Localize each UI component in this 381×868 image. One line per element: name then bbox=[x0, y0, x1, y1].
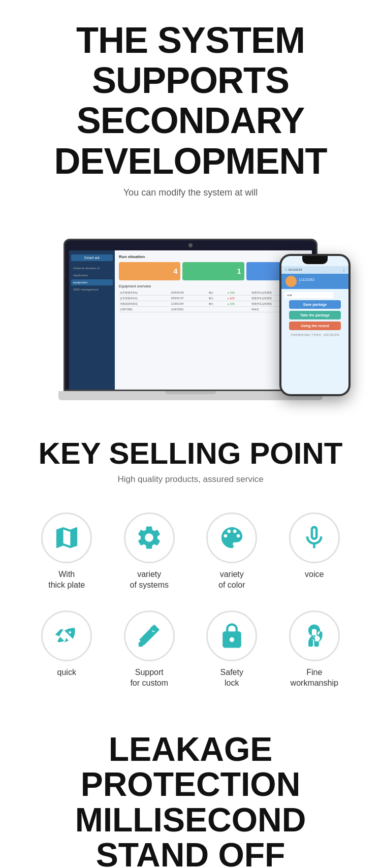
feature-fan-label: Fineworkmanship bbox=[291, 667, 338, 689]
sidebar-general: General situation of bbox=[71, 265, 113, 271]
fan-icon bbox=[300, 622, 328, 650]
sidebar-application: Application bbox=[71, 272, 113, 278]
phone-username: 11122342 bbox=[299, 278, 314, 281]
phone-chat-msg: null bbox=[284, 292, 333, 298]
sidebar-equipment: equipment bbox=[71, 279, 113, 285]
feature-gear: varietyof systems bbox=[108, 505, 191, 603]
hero-title-line2: SUPPORTS bbox=[92, 60, 289, 101]
selling-title: KEY SELLING POINT bbox=[15, 437, 366, 470]
phone-notch bbox=[302, 256, 328, 264]
phone-avatar bbox=[285, 276, 297, 287]
feature-mic-circle bbox=[289, 512, 340, 563]
phone-chat-header: 11122342 ✓ bbox=[281, 274, 348, 289]
hero-section: THE SYSTEM SUPPORTS SECONDARY DEVELOPMEN… bbox=[0, 0, 381, 223]
using-record-btn[interactable]: Using the record bbox=[289, 322, 341, 330]
hero-title-line3: SECONDARY bbox=[77, 100, 304, 141]
feature-ruler-label: Supportfor custom bbox=[130, 667, 168, 689]
leakage-title-line1: LEAKAGE PROTECTION bbox=[81, 730, 301, 803]
hero-subtitle: You can modify the system at will bbox=[30, 187, 351, 198]
feature-ruler: Supportfor custom bbox=[108, 603, 191, 701]
selling-subtitle: High quality products, assured service bbox=[15, 474, 366, 485]
ruler-icon bbox=[135, 622, 163, 650]
feature-ruler-circle bbox=[124, 610, 175, 661]
feature-palette-label: varietyof color bbox=[218, 569, 245, 591]
gear-icon bbox=[135, 524, 163, 552]
feature-palette: varietyof color bbox=[190, 505, 273, 603]
hero-title-line1: THE SYSTEM bbox=[76, 20, 305, 60]
save-package-btn[interactable]: Save package bbox=[289, 300, 341, 309]
phone-mockup: ＜ 91122234 ⋮ 11122342 ✓ null Save packag… bbox=[279, 254, 351, 396]
sidebar-sms: SMS management bbox=[71, 286, 113, 293]
device-area: Smart ark General situation of Applicati… bbox=[0, 223, 381, 411]
palette-icon bbox=[218, 524, 246, 552]
feature-palette-circle bbox=[206, 512, 257, 563]
feature-map: Withthick plate bbox=[25, 505, 108, 603]
run-title: Run situation bbox=[119, 254, 308, 259]
hero-title-line4: DEVELOPMENT bbox=[54, 141, 327, 181]
lock-icon bbox=[218, 622, 246, 650]
card-error: 1 bbox=[182, 262, 244, 280]
leakage-section: LEAKAGE PROTECTION MILLISECOND STAND OFF… bbox=[0, 717, 381, 868]
feature-gear-circle bbox=[124, 512, 175, 563]
feature-lock: Safetylock bbox=[190, 603, 273, 701]
selling-section: KEY SELLING POINT High quality products,… bbox=[0, 411, 381, 717]
card-online: 4 bbox=[119, 262, 180, 280]
leakage-title-line3: STAND OFF bbox=[96, 836, 285, 868]
feature-lock-label: Safetylock bbox=[220, 667, 243, 689]
feature-mic-label: voice bbox=[305, 569, 324, 580]
feature-rocket-label: quick bbox=[57, 667, 76, 678]
feature-mic: voice bbox=[273, 505, 356, 603]
hero-title: THE SYSTEM SUPPORTS SECONDARY DEVELOPMEN… bbox=[30, 20, 351, 181]
screen-sidebar: Smart ark General situation of Applicati… bbox=[69, 250, 115, 390]
feature-gear-label: varietyof systems bbox=[130, 569, 169, 591]
feature-fan: Fineworkmanship bbox=[273, 603, 356, 701]
laptop-screen: Smart ark General situation of Applicati… bbox=[69, 250, 312, 390]
features-grid: Withthick plate varietyof systems variet… bbox=[15, 505, 366, 701]
laptop-camera bbox=[188, 243, 193, 247]
phone-screen: ＜ 91122234 ⋮ 11122342 ✓ null Save packag… bbox=[281, 256, 348, 394]
rocket-icon bbox=[53, 622, 81, 650]
mic-icon bbox=[300, 524, 328, 552]
feature-lock-circle bbox=[206, 610, 257, 661]
screen-logo: Smart ark bbox=[71, 254, 113, 261]
take-package-btn[interactable]: Take the package bbox=[289, 311, 341, 319]
feature-fan-circle bbox=[289, 610, 340, 661]
feature-rocket: quick bbox=[25, 603, 108, 701]
leakage-title: LEAKAGE PROTECTION MILLISECOND STAND OFF bbox=[15, 732, 366, 868]
map-icon bbox=[53, 524, 81, 552]
feature-map-circle bbox=[41, 512, 92, 563]
feature-map-label: Withthick plate bbox=[48, 569, 85, 591]
feature-rocket-circle bbox=[41, 610, 92, 661]
leakage-title-line2: MILLISECOND bbox=[75, 801, 306, 839]
phone-chat-body: null Save package Take the package Using… bbox=[281, 289, 348, 340]
